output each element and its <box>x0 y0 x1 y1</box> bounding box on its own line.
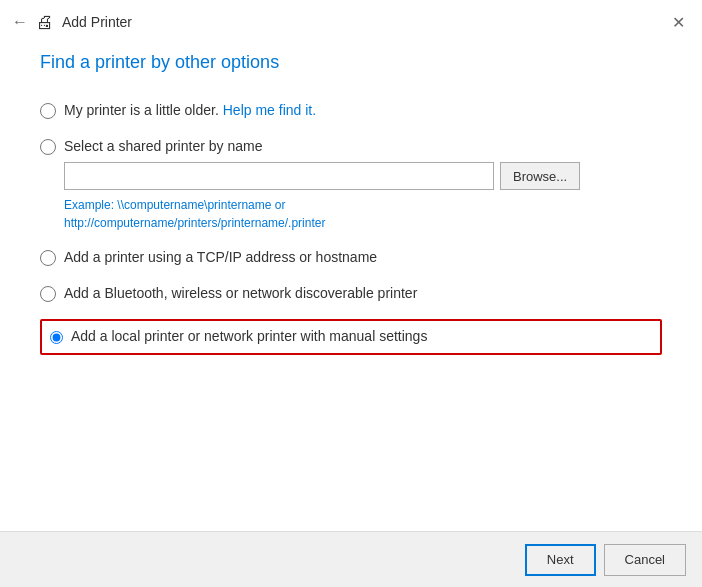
option-1-text: My printer is a little older. <box>64 102 223 118</box>
option-row-1: My printer is a little older. Help me fi… <box>40 101 662 121</box>
option-row-5-highlighted: Add a local printer or network printer w… <box>40 319 662 355</box>
shared-printer-input[interactable] <box>64 162 494 190</box>
content-area: Find a printer by other options My print… <box>0 36 702 531</box>
radio-option-5[interactable] <box>50 331 63 344</box>
option-row-4: Add a Bluetooth, wireless or network dis… <box>40 284 662 304</box>
next-button[interactable]: Next <box>525 544 596 576</box>
page-heading: Find a printer by other options <box>40 52 662 73</box>
option-label-4[interactable]: Add a Bluetooth, wireless or network dis… <box>64 284 417 304</box>
title-bar: ← 🖨 Add Printer ✕ <box>0 0 702 36</box>
option-label-5[interactable]: Add a local printer or network printer w… <box>71 327 427 347</box>
dialog-title: Add Printer <box>62 14 132 30</box>
radio-option-1[interactable] <box>40 103 56 119</box>
browse-button[interactable]: Browse... <box>500 162 580 190</box>
title-bar-left: ← 🖨 Add Printer <box>12 12 132 33</box>
radio-option-3[interactable] <box>40 250 56 266</box>
example-text: Example: \\computername\printername orht… <box>64 196 662 232</box>
radio-option-4[interactable] <box>40 286 56 302</box>
option-label-3[interactable]: Add a printer using a TCP/IP address or … <box>64 248 377 268</box>
cancel-button[interactable]: Cancel <box>604 544 686 576</box>
shared-printer-section: Browse... Example: \\computername\printe… <box>64 162 662 232</box>
options-list: My printer is a little older. Help me fi… <box>40 101 662 355</box>
printer-icon: 🖨 <box>36 12 54 33</box>
footer: Next Cancel <box>0 531 702 587</box>
radio-option-2[interactable] <box>40 139 56 155</box>
option-label-1[interactable]: My printer is a little older. Help me fi… <box>64 101 316 121</box>
help-find-link[interactable]: Help me find it. <box>223 102 316 118</box>
add-printer-dialog: ← 🖨 Add Printer ✕ Find a printer by othe… <box>0 0 702 587</box>
option-label-2[interactable]: Select a shared printer by name <box>64 137 262 157</box>
option-row-3: Add a printer using a TCP/IP address or … <box>40 248 662 268</box>
shared-printer-input-row: Browse... <box>64 162 662 190</box>
close-button[interactable]: ✕ <box>666 10 690 34</box>
back-button[interactable]: ← <box>12 13 28 31</box>
option-row-2: Select a shared printer by name Browse..… <box>40 137 662 233</box>
